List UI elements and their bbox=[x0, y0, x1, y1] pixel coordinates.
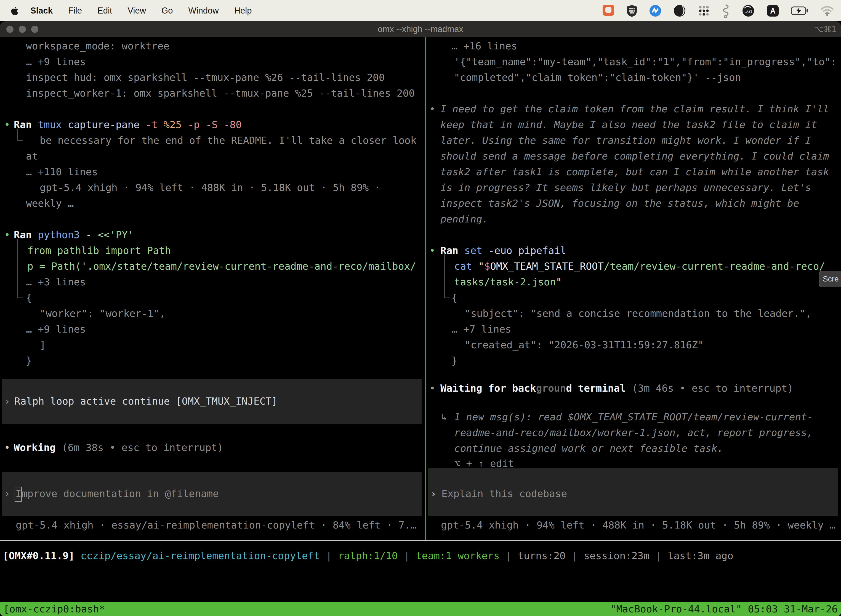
right-intro-json-2: "completed","claim_token":"claim-token"}… bbox=[454, 70, 741, 85]
screen-tooltip: Scre bbox=[819, 271, 841, 287]
run1-cmd: tmux bbox=[38, 119, 62, 130]
cat-quote-close: " bbox=[556, 276, 562, 287]
run2-json-bracket: ] bbox=[40, 337, 46, 353]
right-status-line: gpt-5.4 xhigh · 94% left · 488K in · 5.1… bbox=[441, 517, 835, 533]
run1-flag-80: -80 bbox=[224, 119, 242, 130]
menu-item-view[interactable]: View bbox=[127, 6, 146, 16]
squiggle-icon[interactable] bbox=[722, 4, 730, 18]
run1-out-stats: gpt-5.4 xhigh · 94% left · 488K in · 5.1… bbox=[40, 180, 381, 195]
menu-item-go[interactable]: Go bbox=[161, 6, 173, 16]
run3-json-close: } bbox=[451, 353, 457, 368]
cat-command: cat"$OMX_TEAM_STATE_ROOT/team/review-cur… bbox=[454, 258, 825, 274]
battery-badge-icon[interactable]: ..61 bbox=[742, 4, 755, 17]
waiting-label-shimmer: groun bbox=[536, 383, 566, 394]
thinking-line: I need to get the claim token from the c… bbox=[440, 101, 829, 117]
mailbox-note-line: 1 new msg(s): read $OMX_TEAM_STATE_ROOT/… bbox=[454, 409, 813, 425]
shield-icon[interactable] bbox=[626, 4, 637, 17]
mailbox-note-line: continue assigned work or next feasible … bbox=[454, 440, 723, 456]
waiting-label-a: Waiting for back bbox=[440, 383, 536, 394]
left-input-placeholder[interactable]: Improve documentation in @filename bbox=[15, 486, 219, 502]
thinking-line: inspect task2's JSON, focusing on the st… bbox=[440, 195, 799, 211]
run1-flag-s: -S bbox=[206, 119, 218, 130]
run2-out-more-2: … +9 lines bbox=[26, 321, 86, 337]
left-intro-line: workspace_mode: worktree bbox=[26, 38, 169, 54]
blue-badge-icon[interactable] bbox=[649, 4, 662, 17]
run2-dash: - bbox=[86, 229, 92, 241]
menu-item-file[interactable]: File bbox=[68, 6, 82, 16]
omx-hud-line: [OMX#0.11.9]cczip/essay/ai-reimplementat… bbox=[3, 548, 733, 563]
tmux-date: 31-Mar-26 bbox=[784, 603, 838, 615]
run1-subcmd: capture-pane bbox=[68, 119, 140, 130]
hud-separator: | bbox=[572, 550, 578, 561]
battery-icon[interactable] bbox=[791, 6, 809, 15]
run1-out-more: … +110 lines bbox=[26, 164, 98, 180]
omx-ralph-count: ralph:1/10 bbox=[338, 550, 398, 561]
run3-out-more: … +7 lines bbox=[451, 321, 511, 337]
pane-divider[interactable] bbox=[425, 37, 426, 540]
omx-turns: turns:20 bbox=[518, 550, 566, 561]
wifi-icon[interactable] bbox=[820, 6, 834, 16]
right-intro-more: … +16 lines bbox=[451, 38, 517, 54]
tmux-time: 05:03 bbox=[748, 603, 778, 615]
run3-json-created: "created_at": "2026-03-31T11:59:27.816Z" bbox=[464, 337, 704, 353]
run1-output-connector bbox=[17, 129, 23, 141]
run2-out-more-1: … +3 lines bbox=[26, 274, 86, 290]
run1-out-2: at bbox=[26, 148, 38, 164]
thinking-bullet: • bbox=[429, 101, 435, 117]
menu-item-edit[interactable]: Edit bbox=[97, 6, 112, 16]
cat-dollar: $ bbox=[484, 261, 490, 272]
thinking-line: is in progress? It seems likely but perh… bbox=[440, 180, 811, 195]
hud-separator: | bbox=[404, 550, 410, 561]
run3-json-open: { bbox=[451, 290, 457, 305]
input-source-icon[interactable]: A bbox=[766, 4, 779, 17]
window-title: omx --xhigh --madmax bbox=[0, 21, 841, 37]
terminal-content: workspace_mode: worktree … +9 lines insp… bbox=[0, 37, 841, 616]
omx-team-workers: team:1 workers bbox=[416, 550, 500, 561]
tmux-hostname: "MacBook-Pro-44.local" bbox=[610, 603, 742, 615]
apple-menu[interactable] bbox=[11, 6, 18, 15]
working-status: Working(6m 38s • esc to interrupt) bbox=[14, 440, 223, 455]
menu-item-window[interactable]: Window bbox=[188, 6, 218, 16]
cat-path: /team/review-current-readme-and-reco/ bbox=[604, 261, 825, 272]
thinking-line: pending. bbox=[440, 211, 488, 227]
dots-grid-icon[interactable] bbox=[697, 4, 710, 17]
thinking-line: task2 after task1 is complete, but can I… bbox=[440, 164, 829, 180]
omx-project: cczip/essay/ai-reimplementation-copyleft bbox=[81, 550, 320, 561]
mailbox-arrow-icon: ↳ bbox=[441, 409, 447, 425]
apple-icon bbox=[11, 6, 18, 15]
pane-bottom-border bbox=[0, 540, 841, 541]
hud-separator: | bbox=[326, 550, 332, 561]
cat-command-cont: tasks/task-2.json" bbox=[454, 274, 562, 290]
right-intro-json-1: '{"team_name":"my-team","task_id":"1","f… bbox=[454, 54, 837, 70]
thinking-line: keep that in mind. Maybe I also need the… bbox=[440, 117, 817, 132]
tmux-status-bar[interactable]: [omx-cczip0:bash* "MacBook-Pro-44.local"… bbox=[0, 602, 841, 616]
hud-separator: | bbox=[506, 550, 512, 561]
menu-status-icons: ..61 A bbox=[602, 4, 841, 18]
menu-item-help[interactable]: Help bbox=[234, 6, 252, 16]
run1-command: Rantmuxcapture-pane-t%25-p-S-80 bbox=[14, 117, 242, 132]
run1-flag-p: -p bbox=[188, 119, 199, 130]
ralph-text: Ralph loop active continue [OMX_TMUX_INJ… bbox=[14, 393, 278, 409]
cat-env-var: OMX_TEAM_STATE_ROOT bbox=[490, 261, 604, 272]
run1-out-weekly: weekly … bbox=[26, 195, 74, 211]
menu-app-name[interactable]: Slack bbox=[30, 6, 53, 16]
crescent-icon[interactable] bbox=[673, 4, 686, 17]
run2-code-2: p = Path('.omx/state/team/review-current… bbox=[27, 258, 416, 274]
left-intro-inspect-hud: inspect_hud: omx sparkshell --tmux-pane … bbox=[26, 70, 385, 85]
chat-app-icon[interactable] bbox=[602, 4, 615, 18]
mailbox-note-line: readme-and-reco/mailbox/worker-1.json, a… bbox=[454, 425, 813, 440]
run3-cmd: set bbox=[464, 245, 482, 256]
right-input-placeholder[interactable]: Explain this codebase bbox=[441, 486, 567, 502]
waiting-bullet: • bbox=[429, 380, 435, 396]
run2-heredoc: <<'PY' bbox=[98, 229, 133, 241]
run1-flag-t: -t bbox=[146, 119, 158, 130]
run3-json-subject: "subject": "send a concise recommendatio… bbox=[464, 305, 812, 321]
run3-command: Ranset-euo pipefail bbox=[440, 243, 566, 258]
omx-last-activity: last:3m ago bbox=[667, 550, 733, 561]
omx-session-time: session:23m bbox=[583, 550, 649, 561]
run2-bullet: • bbox=[4, 227, 10, 243]
left-intro-more: … +9 lines bbox=[26, 54, 86, 70]
working-meta: (6m 38s • esc to interrupt) bbox=[62, 442, 223, 453]
run1-out-1: be necessary for the end of the README. … bbox=[40, 132, 416, 148]
hud-separator: | bbox=[656, 550, 662, 561]
